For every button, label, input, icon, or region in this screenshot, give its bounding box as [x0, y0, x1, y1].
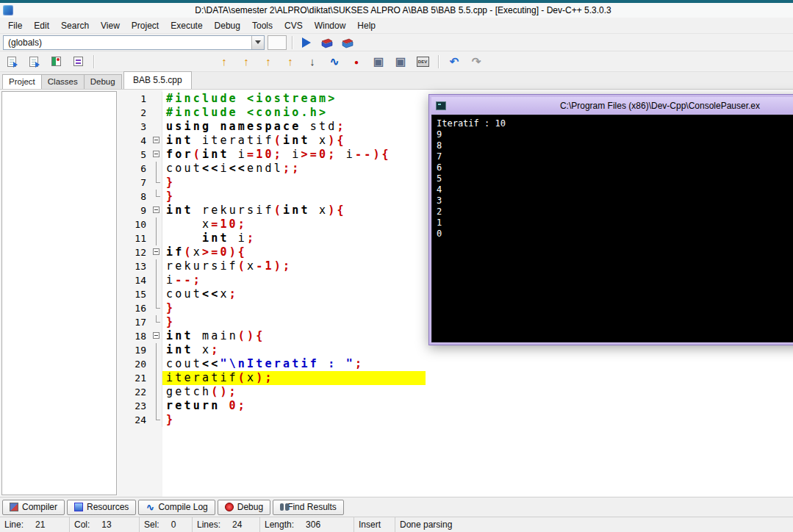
goto-line-button[interactable] — [304, 54, 321, 70]
highlighted-code-text: iteratif(x); — [162, 371, 426, 385]
console-title-bar[interactable]: C:\Program Files (x86)\Dev-Cpp\ConsolePa… — [431, 97, 793, 115]
console-line: 5 — [437, 173, 793, 184]
toolbar-secondary — [0, 51, 793, 72]
compile-run-button[interactable] — [339, 35, 356, 51]
console-line: 9 — [437, 129, 793, 140]
fold-gutter — [151, 357, 162, 371]
members-button[interactable] — [69, 54, 87, 70]
status-length: Length:306 — [260, 517, 354, 532]
line-number: 19 — [118, 343, 151, 357]
fold-collapse-icon — [153, 332, 159, 339]
fold-line-mark — [156, 176, 160, 183]
fold-gutter — [151, 343, 162, 357]
code-line[interactable]: 24} — [118, 413, 793, 427]
panel-tab-debug[interactable]: Debug — [84, 74, 122, 89]
app-icon — [3, 5, 13, 15]
console-window[interactable]: C:\Program Files (x86)\Dev-Cpp\ConsolePa… — [428, 94, 793, 345]
console-title: C:\Program Files (x86)\Dev-Cpp\ConsolePa… — [451, 101, 793, 111]
breakpoint-button[interactable] — [348, 54, 365, 70]
line-number: 17 — [118, 315, 151, 329]
bottom-tab-resources[interactable]: Resources — [67, 500, 136, 515]
menu-item-window[interactable]: Window — [309, 18, 352, 33]
compile-button[interactable] — [318, 35, 336, 51]
menu-bar: FileEditSearchViewProjectExecuteDebugToo… — [0, 18, 793, 34]
bottom-tab-find-results[interactable]: Find Results — [273, 500, 344, 515]
dev-badge-button[interactable] — [414, 54, 431, 70]
fold-line-mark — [156, 162, 157, 176]
fold-collapse-icon — [153, 137, 159, 143]
fold-gutter — [151, 315, 162, 329]
code-line[interactable]: 22getch(); — [118, 385, 793, 399]
line-number: 7 — [118, 176, 151, 190]
menu-item-cvs[interactable]: CVS — [279, 18, 309, 33]
redo-button[interactable] — [467, 54, 485, 70]
toolbar-separator — [292, 36, 293, 49]
fold-gutter — [151, 301, 162, 315]
fold-gutter — [151, 329, 162, 343]
menu-item-tools[interactable]: Tools — [246, 18, 279, 33]
console-output: Iteratif : 109876543210 — [431, 115, 793, 342]
panel-tab-project[interactable]: Project — [2, 74, 42, 89]
line-number: 22 — [118, 385, 151, 399]
fold-gutter — [151, 92, 162, 106]
fold-line-mark — [156, 413, 160, 420]
code-line[interactable]: 21iteratif(x); — [118, 371, 793, 385]
fold-line-mark — [156, 259, 157, 273]
menu-item-view[interactable]: View — [95, 18, 126, 33]
menu-item-debug[interactable]: Debug — [209, 18, 246, 33]
line-number: 20 — [118, 357, 151, 371]
fold-line-mark — [156, 231, 157, 245]
window-title: D:\DATA\semester 2\ALPRO\diktat\SUKSES A… — [13, 5, 793, 15]
new-file-button[interactable] — [3, 54, 21, 70]
insert-button[interactable] — [47, 54, 65, 70]
console-line: Iteratif : 10 — [437, 118, 793, 129]
menu-item-project[interactable]: Project — [126, 18, 165, 33]
goto-bookmark-button[interactable] — [281, 54, 299, 70]
status-line: Line:21 — [0, 517, 70, 532]
run-button[interactable] — [298, 35, 315, 51]
console-line: 6 — [437, 162, 793, 173]
panel-tab-classes[interactable]: Classes — [41, 74, 85, 89]
menu-item-help[interactable]: Help — [351, 18, 381, 33]
editor-tab[interactable]: BAB 5.5.cpp — [123, 71, 192, 89]
bottom-tab-debug[interactable]: Debug — [218, 500, 270, 515]
goto-bookmark-button[interactable] — [215, 54, 233, 70]
menu-item-search[interactable]: Search — [55, 18, 95, 33]
window-list-button[interactable] — [392, 54, 409, 70]
fold-gutter — [151, 190, 162, 204]
fold-gutter — [151, 273, 162, 287]
fold-line-mark — [156, 343, 157, 357]
menu-item-edit[interactable]: Edit — [28, 18, 55, 33]
code-line[interactable]: 20cout<<"\nIteratif : "; — [118, 357, 793, 371]
code-line[interactable]: 23return 0; — [118, 399, 793, 413]
bottom-tab-compile-log[interactable]: Compile Log — [138, 500, 215, 515]
console-line: 4 — [437, 184, 793, 195]
globals-combo[interactable]: (globals) — [3, 35, 265, 50]
fold-gutter — [151, 204, 162, 218]
window-list-button[interactable] — [370, 54, 387, 70]
open-file-button[interactable] — [25, 54, 43, 70]
menu-item-file[interactable]: File — [2, 18, 28, 33]
fold-line-mark — [156, 357, 157, 371]
up-arrow-icon — [243, 56, 249, 68]
line-number: 2 — [118, 106, 151, 120]
class-combo[interactable] — [268, 35, 287, 50]
bottom-tab-compiler[interactable]: Compiler — [2, 500, 65, 515]
menu-item-execute[interactable]: Execute — [165, 18, 208, 33]
goto-bookmark-button[interactable] — [259, 54, 277, 70]
report-tab-strip: CompilerResourcesCompile LogDebugFind Re… — [0, 497, 793, 517]
fold-gutter — [151, 148, 162, 162]
line-number: 15 — [118, 287, 151, 301]
project-tree[interactable] — [1, 91, 117, 495]
profile-icon — [330, 56, 340, 68]
combo-dropdown-button[interactable] — [251, 36, 264, 49]
code-text: return 0; — [162, 399, 793, 413]
title-bar[interactable]: D:\DATA\semester 2\ALPRO\diktat\SUKSES A… — [0, 3, 793, 18]
fold-gutter — [151, 106, 162, 120]
fold-gutter — [151, 120, 162, 134]
fold-gutter — [151, 162, 162, 176]
profile-button[interactable] — [326, 54, 343, 70]
undo-button[interactable] — [445, 54, 463, 70]
console-line: 8 — [437, 140, 793, 151]
goto-bookmark-button[interactable] — [237, 54, 255, 70]
